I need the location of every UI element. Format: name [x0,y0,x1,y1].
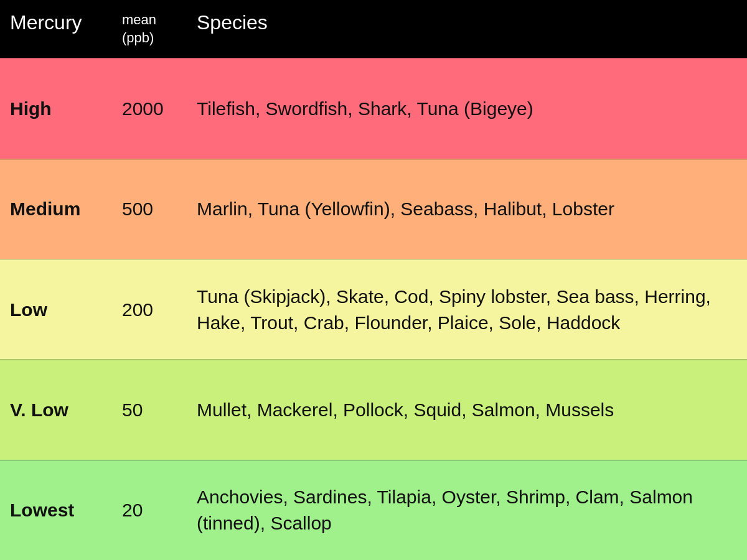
mercury-table: Mercury mean(ppb) Species High 2000 Tile… [0,0,747,560]
header-ppb: mean(ppb) [112,6,187,52]
species-text: Tilefish, Swordfish, Shark, Tuna (Bigeye… [197,98,533,119]
ppb-cell: 200 [112,294,187,325]
table-row: Medium 500 Marlin, Tuna (Yellowfin), Sea… [0,159,747,259]
ppb-value: 50 [122,399,143,420]
ppb-cell: 500 [112,194,187,225]
table-row: High 2000 Tilefish, Swordfish, Shark, Tu… [0,58,747,158]
species-text: Tuna (Skipjack), Skate, Cod, Spiny lobst… [197,286,711,333]
level-cell: Medium [0,194,112,225]
ppb-value: 2000 [122,98,164,119]
ppb-cell: 50 [112,394,187,426]
species-cell: Tilefish, Swordfish, Shark, Tuna (Bigeye… [187,91,747,127]
level-label: High [10,98,52,119]
level-cell: Low [0,294,112,325]
table-row: V. Low 50 Mullet, Mackerel, Pollock, Squ… [0,359,747,459]
species-cell: Anchovies, Sardines, Tilapia, Oyster, Sh… [187,479,747,541]
species-cell: Marlin, Tuna (Yellowfin), Seabass, Halib… [187,191,747,227]
ppb-value: 20 [122,500,143,520]
level-cell: Lowest [0,495,112,526]
level-label: Lowest [10,500,74,520]
table-row: Lowest 20 Anchovies, Sardines, Tilapia, … [0,460,747,560]
ppb-cell: 20 [112,495,187,526]
table-header: Mercury mean(ppb) Species [0,0,747,58]
species-cell: Mullet, Mackerel, Pollock, Squid, Salmon… [187,392,747,428]
ppb-value: 200 [122,299,153,320]
level-label: V. Low [10,399,68,420]
header-species: Species [187,6,747,52]
species-text: Mullet, Mackerel, Pollock, Squid, Salmon… [197,399,614,420]
level-label: Low [10,299,47,320]
table-row: Low 200 Tuna (Skipjack), Skate, Cod, Spi… [0,259,747,359]
species-cell: Tuna (Skipjack), Skate, Cod, Spiny lobst… [187,279,747,341]
species-text: Anchovies, Sardines, Tilapia, Oyster, Sh… [197,487,693,533]
ppb-value: 500 [122,198,153,219]
level-cell: High [0,93,112,124]
species-text: Marlin, Tuna (Yellowfin), Seabass, Halib… [197,198,614,219]
ppb-cell: 2000 [112,93,187,124]
header-mercury: Mercury [0,6,112,52]
level-cell: V. Low [0,394,112,426]
level-label: Medium [10,198,80,219]
